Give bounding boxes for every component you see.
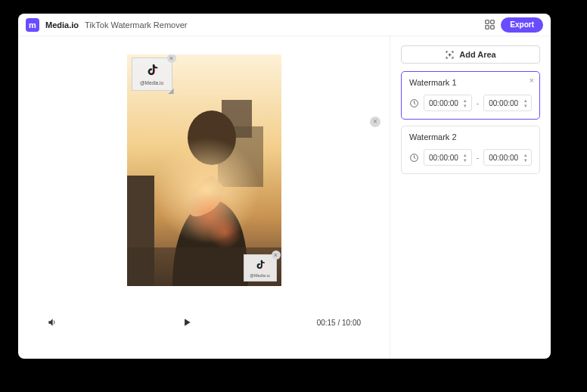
brand-name: Media.io: [45, 20, 79, 30]
watermark-1-tag: @Media.io: [140, 80, 163, 86]
tiktok-icon: [253, 259, 267, 272]
stepper-down-icon[interactable]: ▾: [521, 103, 530, 108]
watermark-card-1[interactable]: ×Watermark 100:00:00▴▾-00:00:00▴▾: [401, 71, 540, 120]
watermark-card-2[interactable]: Watermark 200:00:00▴▾-00:00:00▴▾: [401, 126, 540, 174]
watermark-card-title: Watermark 1: [409, 78, 532, 87]
export-button[interactable]: Export: [501, 17, 543, 33]
add-area-label: Add Area: [459, 50, 496, 59]
side-panel: Add Area ×Watermark 100:00:00▴▾-00:00:00…: [390, 36, 551, 359]
watermark-region-2-close-icon[interactable]: ×: [272, 250, 281, 260]
time-range-dash: -: [477, 154, 479, 162]
resize-handle-icon[interactable]: ◢: [168, 86, 174, 95]
watermark-list: ×Watermark 100:00:00▴▾-00:00:00▴▾Waterma…: [401, 71, 540, 180]
stepper-up-icon[interactable]: ▴: [521, 152, 530, 157]
svg-rect-3: [491, 26, 494, 29]
watermark-region-1[interactable]: × @Media.io ◢: [132, 58, 172, 91]
player-controls: 00:15 / 10:00: [18, 313, 390, 331]
svg-rect-0: [486, 20, 489, 23]
start-time-input[interactable]: 00:00:00▴▾: [424, 95, 472, 111]
svg-rect-2: [486, 26, 489, 29]
header-bar: m Media.io TikTok Watermark Remover Expo…: [18, 14, 551, 36]
start-time-input[interactable]: 00:00:00▴▾: [424, 149, 472, 166]
add-selection-icon: [445, 50, 455, 60]
end-time-input[interactable]: 00:00:00▴▾: [483, 95, 532, 111]
tiktok-icon: [144, 63, 160, 79]
stepper-up-icon[interactable]: ▴: [461, 98, 470, 103]
volume-icon[interactable]: [47, 317, 57, 328]
apps-grid-icon[interactable]: [484, 20, 495, 30]
watermark-2-tag: @Media.io: [250, 273, 269, 278]
app-window: m Media.io TikTok Watermark Remover Expo…: [18, 14, 551, 359]
stepper-up-icon[interactable]: ▴: [461, 152, 470, 157]
stepper-down-icon[interactable]: ▾: [461, 103, 470, 108]
stepper-up-icon[interactable]: ▴: [521, 98, 530, 103]
time-range-dash: -: [477, 99, 479, 107]
svg-rect-1: [491, 20, 494, 23]
clear-preview-icon[interactable]: ×: [370, 117, 380, 127]
time-range-row: 00:00:00▴▾-00:00:00▴▾: [409, 95, 532, 111]
time-display: 00:15 / 10:00: [317, 319, 361, 327]
watermark-card-title: Watermark 2: [409, 132, 532, 142]
preview-panel: × @Media.io ◢ ×: [18, 36, 390, 359]
clock-icon: [409, 98, 419, 108]
add-area-button[interactable]: Add Area: [401, 45, 540, 64]
play-button-icon[interactable]: [182, 317, 192, 328]
watermark-region-2[interactable]: × @Media.io: [244, 254, 277, 282]
page-title: TikTok Watermark Remover: [85, 20, 187, 30]
stepper-down-icon[interactable]: ▾: [521, 157, 530, 163]
brand-logo: m: [26, 18, 39, 32]
video-frame[interactable]: × @Media.io ◢ ×: [127, 54, 281, 286]
video-preview: × @Media.io ◢ ×: [127, 54, 281, 286]
svg-point-10: [209, 216, 242, 249]
clock-icon: [409, 153, 419, 163]
time-range-row: 00:00:00▴▾-00:00:00▴▾: [409, 149, 532, 166]
stepper-down-icon[interactable]: ▾: [461, 157, 470, 163]
main-body: × @Media.io ◢ ×: [18, 36, 551, 359]
end-time-input[interactable]: 00:00:00▴▾: [483, 149, 532, 166]
watermark-card-close-icon[interactable]: ×: [530, 76, 534, 85]
